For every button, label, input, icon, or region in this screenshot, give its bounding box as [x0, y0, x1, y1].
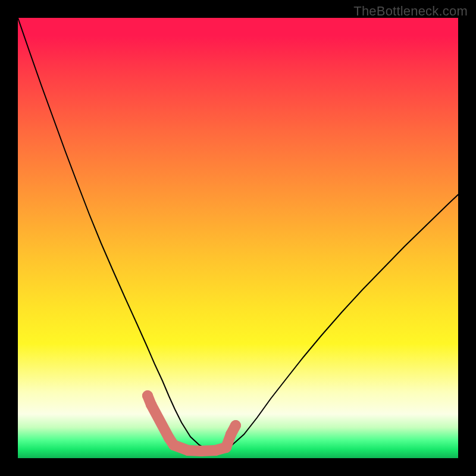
- heat-gradient-background: [18, 18, 458, 458]
- outer-frame: TheBottleneck.com: [0, 0, 476, 476]
- plot-area: [18, 18, 458, 458]
- attribution-watermark: TheBottleneck.com: [353, 4, 468, 19]
